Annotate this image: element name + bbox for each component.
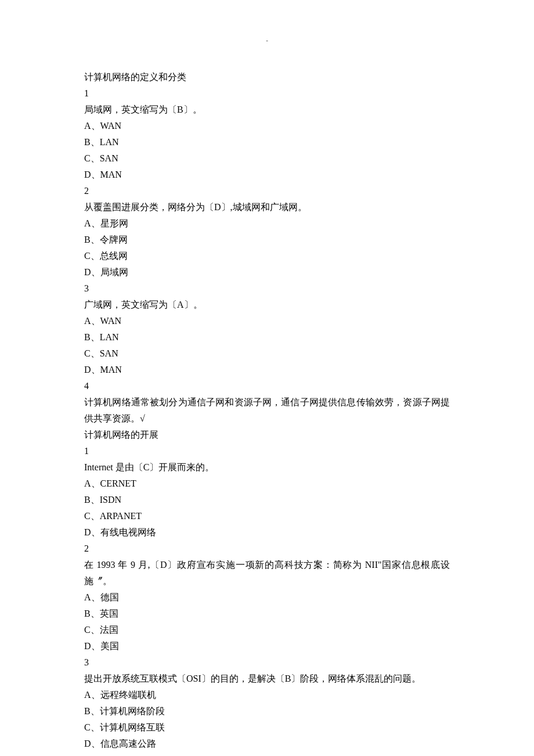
question-option: D、信息高速公路 xyxy=(84,736,450,752)
question-option: B、ISDN xyxy=(84,492,450,508)
question-number: 3 xyxy=(84,280,450,297)
question-number: 2 xyxy=(84,541,450,557)
question-option: C、ARPANET xyxy=(84,508,450,524)
question-stem: 从覆盖围进展分类，网络分为〔D〕,城域网和广域网。 xyxy=(84,199,450,215)
question-option: B、LAN xyxy=(84,329,450,345)
page-header-mark: - xyxy=(84,35,450,46)
document-page: - 计算机网络的定义和分类1局域网，英文缩写为〔B〕。A、WANB、LANC、S… xyxy=(0,0,534,756)
question-option: A、WAN xyxy=(84,118,450,134)
question-stem: 计算机网络通常被划分为通信子网和资源子网，通信子网提供信息传输效劳，资源子网提供… xyxy=(84,394,450,427)
question-number: 4 xyxy=(84,378,450,394)
document-body: 计算机网络的定义和分类1局域网，英文缩写为〔B〕。A、WANB、LANC、SAN… xyxy=(84,69,450,756)
question-option: B、计算机网络阶段 xyxy=(84,703,450,719)
question-option: D、有线电视网络 xyxy=(84,524,450,541)
question-option: A、德国 xyxy=(84,589,450,606)
section-title: 计算机网络的开展 xyxy=(84,427,450,443)
question-option: C、总线网 xyxy=(84,248,450,264)
question-stem: Internet 是由〔C〕开展而来的。 xyxy=(84,459,450,476)
question-stem: 局域网，英文缩写为〔B〕。 xyxy=(84,102,450,118)
question-option: C、SAN xyxy=(84,150,450,167)
question-stem: 提出开放系统互联模式〔OSI〕的目的，是解决〔B〕阶段，网络体系混乱的问题。 xyxy=(84,671,450,687)
section-title: 计算机网络的定义和分类 xyxy=(84,69,450,85)
question-option: B、令牌网 xyxy=(84,232,450,248)
question-option: A、远程终端联机 xyxy=(84,687,450,703)
question-option: B、英国 xyxy=(84,606,450,622)
question-number: 4 xyxy=(84,752,450,756)
question-number: 3 xyxy=(84,654,450,671)
question-option: A、星形网 xyxy=(84,215,450,232)
question-option: C、计算机网络互联 xyxy=(84,719,450,736)
question-option: B、LAN xyxy=(84,134,450,150)
question-number: 1 xyxy=(84,85,450,102)
question-option: D、MAN xyxy=(84,167,450,183)
question-option: A、CERNET xyxy=(84,476,450,492)
question-option: D、局域网 xyxy=(84,264,450,280)
question-option: C、SAN xyxy=(84,345,450,362)
question-number: 1 xyxy=(84,443,450,459)
question-number: 2 xyxy=(84,183,450,199)
question-option: C、法国 xyxy=(84,622,450,638)
question-option: D、MAN xyxy=(84,362,450,378)
question-option: A、WAN xyxy=(84,313,450,329)
question-stem: 在 1993 年 9 月,〔D〕政府宣布实施一项新的高科技方案：简称为 NII"… xyxy=(84,557,450,589)
question-option: D、美国 xyxy=(84,638,450,654)
question-stem: 广域网，英文缩写为〔A〕。 xyxy=(84,297,450,313)
